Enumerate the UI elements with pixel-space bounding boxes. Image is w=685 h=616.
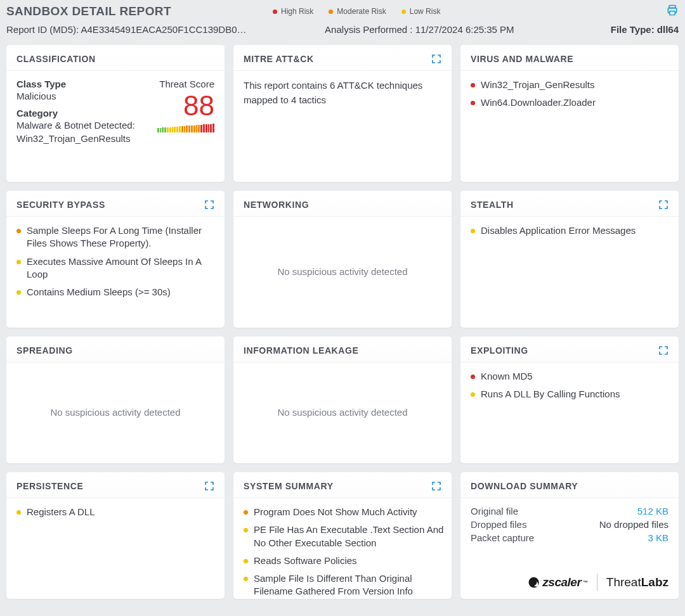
card-title: SYSTEM SUMMARY	[244, 481, 334, 491]
expand-icon[interactable]	[204, 200, 214, 210]
threatlabz-logo: ThreatLabz	[606, 575, 669, 589]
list-item: Sample Sleeps For A Long Time (Installer…	[16, 224, 214, 250]
print-icon[interactable]	[666, 4, 679, 19]
stealth-list: Disables Application Error Messages	[471, 224, 669, 237]
persistence-list: Registers A DLL	[16, 506, 214, 518]
card-title: PERSISTENCE	[16, 481, 83, 491]
page-title: SANDBOX DETAIL REPORT	[6, 4, 247, 18]
legend-label: High Risk	[281, 7, 313, 16]
class-type-label: Class Type	[16, 79, 145, 89]
legend-label: Moderate Risk	[337, 7, 386, 16]
threatlabz-text-thin: Threat	[606, 575, 641, 589]
expand-icon[interactable]	[204, 481, 214, 491]
virus-list: Win32_Trojan_GenResultsWin64.Downloader.…	[471, 79, 669, 110]
risk-legend: High Risk Moderate Risk Low Risk	[273, 7, 440, 16]
cards-grid: CLASSIFICATION Class Type Malicious Cate…	[0, 37, 685, 605]
analysis-timestamp: Analysis Performed : 11/27/2024 6:25:35 …	[228, 24, 611, 35]
card-system-summary: SYSTEM SUMMARY Program Does Not Show Muc…	[233, 472, 452, 599]
card-classification: CLASSIFICATION Class Type Malicious Cate…	[6, 45, 225, 182]
card-stealth: STEALTH Disables Application Error Messa…	[460, 191, 679, 328]
legend-high-risk: High Risk	[273, 7, 313, 16]
no-activity-text: No suspicious activity detected	[16, 370, 214, 454]
threat-score-gauge	[145, 124, 214, 132]
threatlabz-text-bold: Labz	[641, 575, 669, 589]
svg-rect-2	[670, 11, 675, 15]
category-value: Malware & Botnet Detected:	[16, 120, 145, 131]
download-row-value[interactable]: 512 KB	[637, 506, 669, 517]
card-mitre-attack: MITRE ATT&CK This report contains 6 ATT&…	[233, 45, 452, 182]
mitre-summary-text: This report contains 6 ATT&CK techniques…	[244, 79, 441, 107]
card-persistence: PERSISTENCE Registers A DLL	[6, 472, 225, 599]
card-security-bypass: SECURITY BYPASS Sample Sleeps For A Long…	[6, 191, 225, 328]
list-item: Sample File Is Different Than Original F…	[244, 572, 447, 598]
card-title: EXPLOITING	[471, 345, 528, 356]
expand-icon[interactable]	[658, 345, 669, 356]
list-item: Win64.Downloader.Zloader	[471, 96, 669, 109]
card-title: VIRUS AND MALWARE	[471, 54, 573, 64]
footer-logos: zscaler™ ThreatLabz	[528, 574, 669, 591]
expand-icon[interactable]	[431, 481, 441, 491]
list-item: Known MD5	[471, 370, 669, 383]
list-item: Win32_Trojan_GenResults	[471, 79, 669, 91]
file-type: File Type: dll64	[611, 24, 679, 35]
list-item: Contains Medium Sleeps (>= 30s)	[16, 286, 214, 298]
threat-score-label: Threat Score	[145, 79, 214, 89]
download-row: Packet capture3 KB	[471, 532, 669, 543]
legend-low-risk: Low Risk	[401, 7, 441, 16]
list-item: PE File Has An Executable .Text Section …	[244, 523, 447, 549]
exploiting-list: Known MD5Runs A DLL By Calling Functions	[471, 370, 669, 401]
download-row-key: Original file	[471, 506, 518, 517]
no-activity-text: No suspicious activity detected	[244, 370, 441, 454]
expand-icon[interactable]	[658, 200, 669, 210]
card-information-leakage: INFORMATION LEAKAGE No suspicious activi…	[233, 337, 452, 463]
list-item: Executes Massive Amount Of Sleeps In A L…	[16, 255, 214, 281]
list-item: Reads Software Policies	[244, 555, 447, 567]
card-title: MITRE ATT&CK	[244, 54, 314, 64]
security-bypass-list: Sample Sleeps For A Long Time (Installer…	[16, 224, 214, 298]
threat-score-value: 88	[145, 92, 214, 120]
card-title: CLASSIFICATION	[16, 54, 96, 64]
list-item: Disables Application Error Messages	[471, 224, 669, 237]
download-row-key: Dropped files	[471, 519, 526, 530]
download-row-value: No dropped files	[599, 519, 669, 530]
card-virus-malware: VIRUS AND MALWARE Win32_Trojan_GenResult…	[460, 45, 679, 182]
category-label: Category	[16, 108, 145, 119]
list-item: Program Does Not Show Much Activity	[244, 506, 447, 518]
list-item: Runs A DLL By Calling Functions	[471, 388, 669, 401]
legend-label: Low Risk	[410, 7, 441, 16]
legend-moderate-risk: Moderate Risk	[329, 7, 386, 16]
no-activity-text: No suspicious activity detected	[244, 224, 441, 319]
card-spreading: SPREADING No suspicious activity detecte…	[6, 337, 225, 463]
zscaler-logo: zscaler™	[528, 575, 587, 589]
report-header: SANDBOX DETAIL REPORT High Risk Moderate…	[0, 0, 685, 37]
card-exploiting: EXPLOITING Known MD5Runs A DLL By Callin…	[460, 337, 679, 463]
card-title: STEALTH	[471, 200, 514, 210]
download-row: Dropped filesNo dropped files	[471, 519, 669, 530]
card-title: NETWORKING	[244, 200, 309, 210]
card-title: DOWNLOAD SUMMARY	[471, 481, 578, 491]
class-type-value: Malicious	[16, 91, 145, 101]
download-row: Original file512 KB	[471, 506, 669, 517]
card-title: SECURITY BYPASS	[16, 200, 105, 210]
card-title: INFORMATION LEAKAGE	[244, 345, 358, 356]
zscaler-text: zscaler	[542, 575, 581, 589]
download-row-value[interactable]: 3 KB	[648, 532, 669, 543]
list-item: Registers A DLL	[16, 506, 214, 518]
download-row-key: Packet capture	[471, 532, 534, 543]
card-networking: NETWORKING No suspicious activity detect…	[233, 191, 452, 328]
report-id: Report ID (MD5): A4E3345491EACA250F1CC13…	[6, 24, 247, 35]
card-download-summary: DOWNLOAD SUMMARY Original file512 KBDrop…	[460, 472, 679, 599]
system-summary-list: Program Does Not Show Much ActivityPE Fi…	[244, 506, 447, 599]
card-title: SPREADING	[16, 345, 73, 356]
category-value-2: Win32_Trojan_GenResults	[16, 133, 145, 144]
expand-icon[interactable]	[431, 54, 441, 64]
